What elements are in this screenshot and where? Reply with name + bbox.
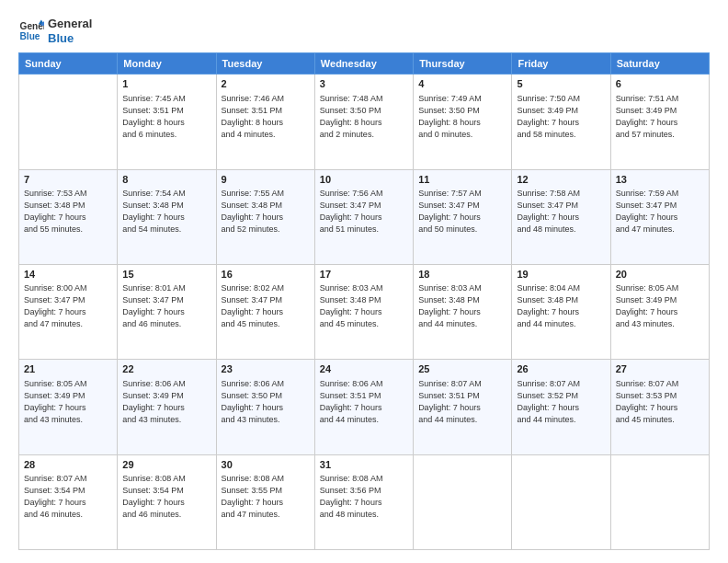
calendar-cell xyxy=(512,454,610,549)
calendar-cell: 7Sunrise: 7:53 AMSunset: 3:48 PMDaylight… xyxy=(19,169,118,264)
day-info: Sunrise: 8:00 AMSunset: 3:47 PMDaylight:… xyxy=(24,282,112,330)
calendar-cell xyxy=(19,75,118,169)
day-info: Sunrise: 8:05 AMSunset: 3:49 PMDaylight:… xyxy=(24,378,112,426)
calendar-cell: 25Sunrise: 8:07 AMSunset: 3:51 PMDayligh… xyxy=(414,360,512,454)
day-number: 11 xyxy=(418,173,506,187)
calendar-cell: 10Sunrise: 7:56 AMSunset: 3:47 PMDayligh… xyxy=(314,169,413,264)
calendar-cell: 5Sunrise: 7:50 AMSunset: 3:49 PMDaylight… xyxy=(512,75,610,169)
calendar-cell: 13Sunrise: 7:59 AMSunset: 3:47 PMDayligh… xyxy=(610,169,709,264)
day-number: 18 xyxy=(418,268,506,282)
calendar-cell: 30Sunrise: 8:08 AMSunset: 3:55 PMDayligh… xyxy=(216,454,314,549)
calendar-cell: 11Sunrise: 7:57 AMSunset: 3:47 PMDayligh… xyxy=(414,169,512,264)
day-number: 2 xyxy=(222,77,310,91)
day-number: 12 xyxy=(517,173,605,187)
day-info: Sunrise: 7:54 AMSunset: 3:48 PMDaylight:… xyxy=(122,188,210,236)
day-of-week-header: Sunday xyxy=(19,53,118,75)
day-number: 5 xyxy=(517,77,605,91)
calendar-cell: 22Sunrise: 8:06 AMSunset: 3:49 PMDayligh… xyxy=(118,360,216,454)
day-info: Sunrise: 7:56 AMSunset: 3:47 PMDaylight:… xyxy=(320,188,408,236)
day-number: 10 xyxy=(320,173,408,187)
calendar-cell: 29Sunrise: 8:08 AMSunset: 3:54 PMDayligh… xyxy=(118,454,216,549)
day-info: Sunrise: 8:07 AMSunset: 3:51 PMDaylight:… xyxy=(418,378,506,426)
day-number: 15 xyxy=(122,268,210,282)
calendar-cell: 24Sunrise: 8:06 AMSunset: 3:51 PMDayligh… xyxy=(314,360,413,454)
day-info: Sunrise: 7:48 AMSunset: 3:50 PMDaylight:… xyxy=(320,93,408,141)
calendar-week-row: 7Sunrise: 7:53 AMSunset: 3:48 PMDaylight… xyxy=(19,169,710,264)
day-number: 27 xyxy=(616,362,704,376)
day-info: Sunrise: 8:06 AMSunset: 3:50 PMDaylight:… xyxy=(222,378,310,426)
calendar-cell: 2Sunrise: 7:46 AMSunset: 3:51 PMDaylight… xyxy=(216,75,314,169)
day-info: Sunrise: 7:50 AMSunset: 3:49 PMDaylight:… xyxy=(517,93,605,141)
day-info: Sunrise: 8:04 AMSunset: 3:48 PMDaylight:… xyxy=(517,282,605,330)
day-number: 28 xyxy=(24,458,112,472)
day-number: 25 xyxy=(418,362,506,376)
day-info: Sunrise: 8:06 AMSunset: 3:49 PMDaylight:… xyxy=(122,378,210,426)
calendar-cell: 19Sunrise: 8:04 AMSunset: 3:48 PMDayligh… xyxy=(512,264,610,359)
calendar-cell: 26Sunrise: 8:07 AMSunset: 3:52 PMDayligh… xyxy=(512,360,610,454)
day-number: 31 xyxy=(320,458,408,472)
day-number: 23 xyxy=(222,362,310,376)
calendar-cell: 15Sunrise: 8:01 AMSunset: 3:47 PMDayligh… xyxy=(118,264,216,359)
calendar-cell xyxy=(414,454,512,549)
day-number: 13 xyxy=(616,173,704,187)
day-info: Sunrise: 8:08 AMSunset: 3:55 PMDaylight:… xyxy=(222,473,310,521)
calendar-cell: 31Sunrise: 8:08 AMSunset: 3:56 PMDayligh… xyxy=(314,454,413,549)
calendar-cell: 21Sunrise: 8:05 AMSunset: 3:49 PMDayligh… xyxy=(19,360,118,454)
day-info: Sunrise: 8:02 AMSunset: 3:47 PMDaylight:… xyxy=(222,282,310,330)
day-number: 3 xyxy=(320,77,408,91)
day-of-week-header: Tuesday xyxy=(216,53,314,75)
day-info: Sunrise: 7:58 AMSunset: 3:47 PMDaylight:… xyxy=(517,188,605,236)
day-info: Sunrise: 7:49 AMSunset: 3:50 PMDaylight:… xyxy=(418,93,506,141)
calendar-table: SundayMondayTuesdayWednesdayThursdayFrid… xyxy=(18,52,710,550)
day-number: 30 xyxy=(222,458,310,472)
calendar-cell: 12Sunrise: 7:58 AMSunset: 3:47 PMDayligh… xyxy=(512,169,610,264)
day-number: 29 xyxy=(122,458,210,472)
day-number: 22 xyxy=(122,362,210,376)
calendar-cell: 6Sunrise: 7:51 AMSunset: 3:49 PMDaylight… xyxy=(610,75,709,169)
day-of-week-header: Wednesday xyxy=(314,53,413,75)
day-info: Sunrise: 8:07 AMSunset: 3:53 PMDaylight:… xyxy=(616,378,704,426)
day-info: Sunrise: 7:45 AMSunset: 3:51 PMDaylight:… xyxy=(122,93,210,141)
calendar-week-row: 1Sunrise: 7:45 AMSunset: 3:51 PMDaylight… xyxy=(19,75,710,169)
calendar-cell: 3Sunrise: 7:48 AMSunset: 3:50 PMDaylight… xyxy=(314,75,413,169)
calendar-cell: 28Sunrise: 8:07 AMSunset: 3:54 PMDayligh… xyxy=(19,454,118,549)
logo-icon: General Blue xyxy=(18,18,44,44)
calendar-cell: 14Sunrise: 8:00 AMSunset: 3:47 PMDayligh… xyxy=(19,264,118,359)
calendar-cell: 1Sunrise: 7:45 AMSunset: 3:51 PMDaylight… xyxy=(118,75,216,169)
day-info: Sunrise: 8:07 AMSunset: 3:52 PMDaylight:… xyxy=(517,378,605,426)
day-number: 14 xyxy=(24,268,112,282)
day-info: Sunrise: 8:06 AMSunset: 3:51 PMDaylight:… xyxy=(320,378,408,426)
day-info: Sunrise: 7:59 AMSunset: 3:47 PMDaylight:… xyxy=(616,188,704,236)
day-number: 20 xyxy=(616,268,704,282)
day-number: 26 xyxy=(517,362,605,376)
day-info: Sunrise: 8:01 AMSunset: 3:47 PMDaylight:… xyxy=(122,282,210,330)
day-number: 24 xyxy=(320,362,408,376)
day-info: Sunrise: 7:57 AMSunset: 3:47 PMDaylight:… xyxy=(418,188,506,236)
calendar-week-row: 28Sunrise: 8:07 AMSunset: 3:54 PMDayligh… xyxy=(19,454,710,549)
day-info: Sunrise: 7:46 AMSunset: 3:51 PMDaylight:… xyxy=(222,93,310,141)
day-number: 17 xyxy=(320,268,408,282)
day-number: 1 xyxy=(122,77,210,91)
day-info: Sunrise: 8:03 AMSunset: 3:48 PMDaylight:… xyxy=(418,282,506,330)
logo-text: General Blue xyxy=(48,17,92,45)
calendar-cell xyxy=(610,454,709,549)
day-number: 16 xyxy=(222,268,310,282)
calendar-header-row: SundayMondayTuesdayWednesdayThursdayFrid… xyxy=(19,53,710,75)
day-of-week-header: Monday xyxy=(118,53,216,75)
calendar-week-row: 21Sunrise: 8:05 AMSunset: 3:49 PMDayligh… xyxy=(19,360,710,454)
day-of-week-header: Thursday xyxy=(414,53,512,75)
day-of-week-header: Friday xyxy=(512,53,610,75)
calendar-cell: 20Sunrise: 8:05 AMSunset: 3:49 PMDayligh… xyxy=(610,264,709,359)
day-of-week-header: Saturday xyxy=(610,53,709,75)
day-info: Sunrise: 7:51 AMSunset: 3:49 PMDaylight:… xyxy=(616,93,704,141)
calendar-week-row: 14Sunrise: 8:00 AMSunset: 3:47 PMDayligh… xyxy=(19,264,710,359)
calendar-cell: 17Sunrise: 8:03 AMSunset: 3:48 PMDayligh… xyxy=(314,264,413,359)
day-info: Sunrise: 8:07 AMSunset: 3:54 PMDaylight:… xyxy=(24,473,112,521)
day-number: 21 xyxy=(24,362,112,376)
day-number: 9 xyxy=(222,173,310,187)
day-info: Sunrise: 7:53 AMSunset: 3:48 PMDaylight:… xyxy=(24,188,112,236)
calendar-cell: 27Sunrise: 8:07 AMSunset: 3:53 PMDayligh… xyxy=(610,360,709,454)
calendar-cell: 8Sunrise: 7:54 AMSunset: 3:48 PMDaylight… xyxy=(118,169,216,264)
calendar-cell: 18Sunrise: 8:03 AMSunset: 3:48 PMDayligh… xyxy=(414,264,512,359)
page-header: General Blue General Blue xyxy=(18,17,710,45)
